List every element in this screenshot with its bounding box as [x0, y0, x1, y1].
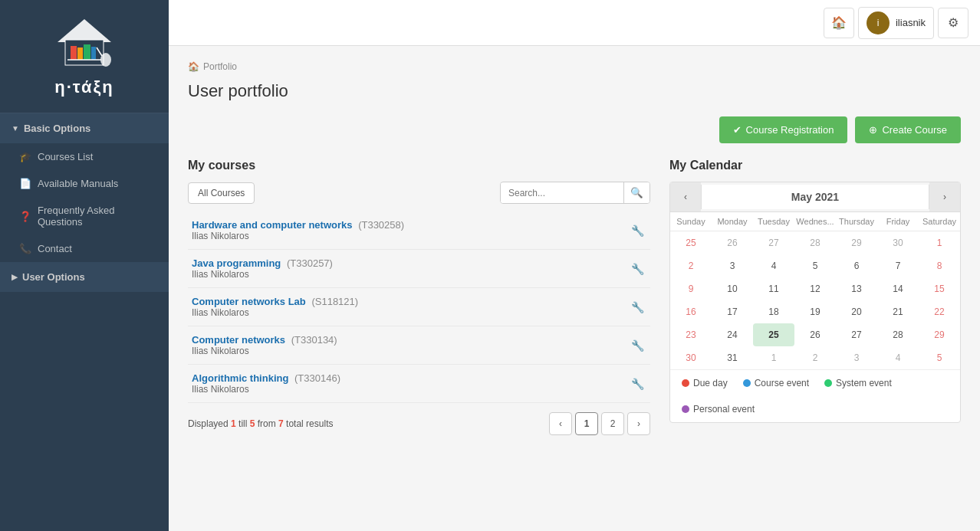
course-name-link[interactable]: Computer networks (T330134) — [192, 334, 623, 346]
calendar-day-cell[interactable]: 28 — [877, 323, 919, 346]
calendar-day-cell[interactable]: 25 — [670, 231, 712, 255]
calendar-day-cell[interactable]: 9 — [670, 277, 712, 300]
sidebar-user-options-label: User Options — [22, 271, 85, 283]
calendar-day-cell[interactable]: 11 — [753, 277, 794, 300]
calendar-day-cell[interactable]: 1 — [753, 346, 794, 369]
calendar-day-cell[interactable]: 29 — [919, 323, 960, 346]
table-row: Computer networks (T330134) Ilias Nikola… — [188, 326, 650, 365]
home-breadcrumb-icon: 🏠 — [188, 61, 199, 72]
calendar-day-cell[interactable]: 1 — [919, 231, 960, 255]
calendar-day-cell[interactable]: 18 — [753, 300, 794, 323]
search-button[interactable]: 🔍 — [623, 182, 649, 203]
logo-text: η·τάξη — [12, 77, 157, 97]
course-settings-icon[interactable]: 🔧 — [631, 339, 644, 352]
calendar-day-cell[interactable]: 12 — [794, 277, 836, 300]
sidebar-item-available-manuals[interactable]: 📄 Available Manuals — [0, 170, 169, 197]
calendar-day-cell[interactable]: 26 — [712, 231, 753, 255]
calendar-day-cell[interactable]: 16 — [670, 300, 712, 323]
calendar-section: My Calendar ‹ May 2021 › SundayMondayTue… — [669, 159, 961, 435]
course-teacher: Ilias Nikolaros — [192, 307, 623, 318]
page-2-button[interactable]: 2 — [601, 412, 624, 435]
calendar-day-cell[interactable]: 30 — [877, 231, 919, 255]
calendar-day-cell[interactable]: 24 — [712, 323, 753, 346]
pagination: ‹ 1 2 › — [549, 412, 650, 435]
calendar-day-cell[interactable]: 31 — [712, 346, 753, 369]
course-settings-icon[interactable]: 🔧 — [631, 225, 644, 237]
legend-personal-event: Personal event — [682, 404, 755, 415]
calendar-day-cell[interactable]: 6 — [836, 254, 877, 277]
calendar-day-cell[interactable]: 29 — [836, 231, 877, 255]
settings-button[interactable]: ⚙ — [938, 8, 968, 38]
calendar-day-cell[interactable]: 3 — [712, 254, 753, 277]
prev-month-button[interactable]: ‹ — [670, 182, 701, 211]
calendar-day-cell[interactable]: 30 — [670, 346, 712, 369]
calendar-day-cell[interactable]: 5 — [794, 254, 836, 277]
calendar-day-cell[interactable]: 13 — [836, 277, 877, 300]
prev-page-button[interactable]: ‹ — [549, 412, 572, 435]
calendar-day-cell[interactable]: 17 — [712, 300, 753, 323]
course-name-link[interactable]: Hardware and computer networks (T330258) — [192, 219, 623, 231]
calendar-day-cell[interactable]: 8 — [919, 254, 960, 277]
table-row: Hardware and computer networks (T330258)… — [188, 211, 650, 250]
calendar-day-cell[interactable]: 21 — [877, 300, 919, 323]
calendar-day-cell[interactable]: 4 — [877, 346, 919, 369]
svg-rect-2 — [71, 46, 77, 60]
logo-container: η·τάξη — [0, 0, 169, 113]
sidebar-item-contact[interactable]: 📞 Contact — [0, 235, 169, 262]
check-icon: ✔ — [733, 124, 742, 136]
page-1-button[interactable]: 1 — [575, 412, 598, 435]
search-input[interactable] — [501, 183, 623, 203]
calendar-day-cell[interactable]: 26 — [794, 323, 836, 346]
course-settings-icon[interactable]: 🔧 — [631, 263, 644, 275]
course-registration-button[interactable]: ✔ Course Registration — [719, 116, 848, 143]
legend-system-event: System event — [824, 378, 892, 388]
create-course-button[interactable]: ⊕ Create Course — [855, 116, 961, 143]
breadcrumb-portfolio[interactable]: Portfolio — [203, 61, 237, 72]
course-teacher: Ilias Nikolaros — [192, 269, 623, 280]
calendar-day-cell[interactable]: 10 — [712, 277, 753, 300]
course-name-link[interactable]: Algorithmic thinking (T330146) — [192, 372, 623, 384]
breadcrumb: 🏠 Portfolio — [188, 61, 961, 72]
home-button[interactable]: 🏠 — [824, 8, 854, 38]
calendar-day-cell[interactable]: 25 — [753, 323, 794, 346]
calendar-day-cell[interactable]: 22 — [919, 300, 960, 323]
user-menu[interactable]: i iliasnik — [858, 7, 934, 39]
calendar-day-header: Sunday — [670, 212, 712, 231]
course-name-link[interactable]: Java programming (T330257) — [192, 257, 623, 269]
sliders-icon: ⚙ — [948, 15, 959, 30]
sidebar-basic-options-header[interactable]: ▼ Basic Options — [0, 113, 169, 143]
calendar-day-cell[interactable]: 4 — [753, 254, 794, 277]
course-name-link[interactable]: Computer networks Lab (S118121) — [192, 296, 623, 307]
legend-dot — [682, 379, 689, 387]
calendar-day-cell[interactable]: 27 — [753, 231, 794, 255]
svg-rect-3 — [77, 48, 83, 60]
calendar-day-cell[interactable]: 28 — [794, 231, 836, 255]
legend-label: System event — [836, 378, 892, 388]
calendar-day-cell[interactable]: 2 — [794, 346, 836, 369]
my-courses-title: My courses — [188, 159, 650, 172]
all-courses-button[interactable]: All Courses — [188, 182, 255, 204]
calendar-day-cell[interactable]: 7 — [877, 254, 919, 277]
calendar-week-row: 2526272829301 — [670, 231, 960, 255]
calendar-day-cell[interactable]: 27 — [836, 323, 877, 346]
username: iliasnik — [896, 17, 926, 28]
calendar-day-cell[interactable]: 15 — [919, 277, 960, 300]
course-settings-icon[interactable]: 🔧 — [631, 301, 644, 313]
sidebar-item-faq[interactable]: ❓ Frequently Asked Questions — [0, 197, 169, 235]
course-settings-icon[interactable]: 🔧 — [631, 378, 644, 390]
calendar-day-cell[interactable]: 2 — [670, 254, 712, 277]
calendar-day-cell[interactable]: 20 — [836, 300, 877, 323]
calendar-day-cell[interactable]: 19 — [794, 300, 836, 323]
next-month-button[interactable]: › — [929, 182, 960, 211]
svg-rect-4 — [84, 44, 90, 60]
sidebar-basic-options-section: ▼ Basic Options 🎓 Courses List 📄 Availab… — [0, 113, 169, 262]
sidebar-item-courses-list[interactable]: 🎓 Courses List — [0, 143, 169, 170]
sidebar-user-options-header[interactable]: ▶ User Options — [0, 262, 169, 292]
calendar-day-cell[interactable]: 14 — [877, 277, 919, 300]
calendar-day-cell[interactable]: 3 — [836, 346, 877, 369]
next-page-button[interactable]: › — [627, 412, 650, 435]
legend-dot — [824, 379, 832, 387]
calendar-day-header: Monday — [712, 212, 753, 231]
calendar-day-cell[interactable]: 5 — [919, 346, 960, 369]
calendar-day-cell[interactable]: 23 — [670, 323, 712, 346]
